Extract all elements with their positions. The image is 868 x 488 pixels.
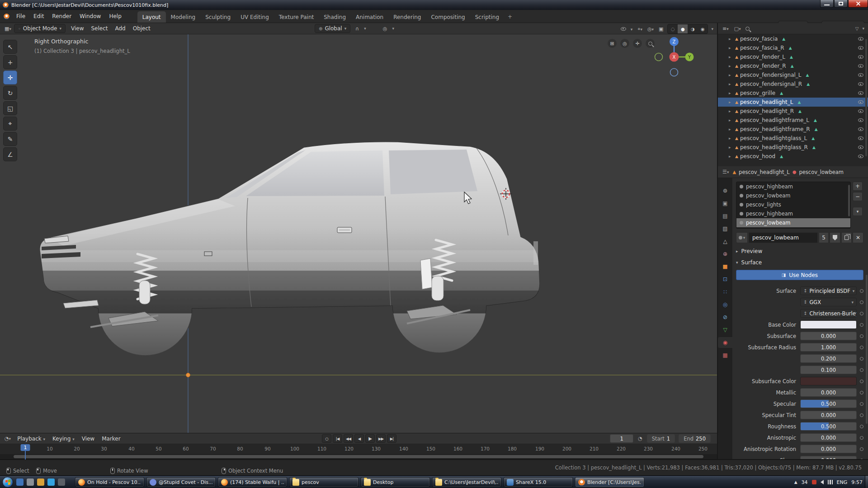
navigation-gizmo[interactable]: Z Y X	[654, 36, 694, 80]
properties-editor-icon[interactable]: ☰▾	[722, 168, 730, 176]
properties-tab-view-layer[interactable]: ▧	[718, 223, 732, 234]
search-icon[interactable]	[745, 27, 750, 31]
properties-tab-texture[interactable]: ▦	[718, 350, 732, 361]
outliner-row-pescov-hood[interactable]: ▸▲pescov_hood▲	[718, 152, 868, 161]
properties-tab-tool[interactable]: ⊚	[718, 185, 732, 196]
tool-cursor[interactable]: +	[3, 55, 17, 69]
timeline-menu-playback[interactable]: Playback ▾	[14, 434, 49, 443]
timeline-menu-keying[interactable]: Keying ▾	[49, 434, 78, 443]
new-material-button[interactable]	[841, 232, 852, 243]
gizmo-x-label[interactable]: X	[673, 55, 676, 60]
decorator-dot[interactable]	[860, 425, 863, 428]
filter-chevron[interactable]: ▾	[862, 26, 864, 31]
camera-view-icon[interactable]: ◎	[620, 39, 629, 48]
tool-scale[interactable]: ◱	[3, 101, 17, 115]
taskbar-button-1[interactable]: On Hold - Pescov 10...	[75, 477, 144, 487]
slider-specular[interactable]: 0.500	[800, 399, 857, 408]
outliner-row-pescov-headlightglass-l[interactable]: ▸▲pescov_headlightglass_L▲	[718, 134, 868, 143]
outliner-editor-icon[interactable]: ≡▾	[722, 25, 730, 33]
snap-options-chevron[interactable]: ▾	[364, 26, 366, 31]
workspace-tab-layout[interactable]: Layout	[137, 11, 166, 23]
decorator-dot[interactable]	[860, 391, 863, 394]
properties-tab-particles[interactable]: ∷	[718, 286, 732, 297]
grid-toggle-icon[interactable]: ⊞	[608, 39, 617, 48]
blender-logo-menu[interactable]	[4, 14, 9, 19]
decorator-dot[interactable]	[860, 447, 863, 451]
fake-user-button[interactable]	[830, 232, 840, 243]
tray-temp[interactable]: 34	[802, 479, 808, 485]
workspace-tab-animation[interactable]: Animation	[351, 11, 388, 23]
properties-tab-physics[interactable]: ◎	[718, 299, 732, 310]
properties-tab-object-data[interactable]: ▽	[718, 324, 732, 335]
remove-slot-button[interactable]: −	[853, 192, 863, 201]
jump-to-start-button[interactable]: |◀	[333, 434, 342, 443]
quick-launch-1[interactable]	[16, 479, 24, 486]
quick-launch-4[interactable]	[47, 479, 55, 486]
eye-icon[interactable]	[858, 91, 863, 95]
auto-key-button[interactable]: ○	[322, 434, 331, 443]
field-0-200[interactable]: 0.200	[800, 354, 857, 363]
menu-render[interactable]: Render	[48, 11, 75, 21]
taskbar-button-4[interactable]: pescov	[289, 477, 359, 487]
outliner-row-pescov-headlightframe-l[interactable]: ▸▲pescov_headlightframe_L▲	[718, 116, 868, 125]
breadcrumb-object[interactable]: pescov_headlight_L	[739, 169, 790, 175]
slot-specials-menu[interactable]: ▾	[853, 207, 863, 216]
tool-annotate[interactable]: ✎	[3, 132, 17, 146]
timeline-scrollbar[interactable]	[0, 454, 717, 459]
expand-icon[interactable]: ▸	[729, 37, 733, 41]
material-slot-4[interactable]: pescov_highbeam	[736, 209, 850, 218]
shading-material-button[interactable]: ◑	[688, 24, 698, 33]
properties-tab-world[interactable]: ⊕	[718, 249, 732, 259]
slider-roughness[interactable]: 0.500	[800, 422, 857, 431]
expand-icon[interactable]: ▸	[729, 136, 733, 141]
dropdown-surface[interactable]: ↕Principled BSDF▾	[800, 286, 857, 295]
decorator-dot[interactable]	[860, 334, 863, 338]
surface-panel-header[interactable]: ▾ Surface	[736, 259, 863, 266]
expand-icon[interactable]: ▸	[729, 154, 733, 159]
editor-type-icon[interactable]: ▦▾	[4, 25, 12, 33]
frame-start-field[interactable]: Start1	[647, 434, 675, 443]
3d-viewport[interactable]: Right Orthographic (1) Collection 3 | pe…	[0, 34, 717, 433]
prev-keyframe-button[interactable]: ◀◀	[344, 434, 353, 443]
xray-toggle-icon[interactable]: ▣	[658, 25, 664, 33]
workspace-tab-modeling[interactable]: Modeling	[166, 11, 201, 23]
decorator-dot[interactable]	[860, 357, 863, 361]
use-nodes-button[interactable]: ◨ Use Nodes	[736, 270, 863, 280]
transform-orientation-dropdown[interactable]: ⊕ Global ▾	[315, 24, 350, 33]
material-slot-5[interactable]: pescov_lowbeam	[736, 218, 850, 227]
color-swatch-subsurface-color[interactable]	[800, 377, 857, 385]
tray-app-icon[interactable]	[812, 480, 816, 484]
shading-wireframe-button[interactable]: ◌	[668, 24, 678, 33]
field-metallic[interactable]: 0.000	[800, 388, 857, 397]
expand-icon[interactable]: ▸	[729, 46, 733, 50]
play-button[interactable]: ▶	[365, 434, 375, 443]
start-button[interactable]	[2, 477, 13, 488]
taskbar-button-5[interactable]: Desktop	[361, 477, 430, 487]
mode-dropdown[interactable]: ◦ Object Mode ▾	[14, 24, 66, 33]
language-indicator[interactable]: ENG	[837, 479, 848, 485]
properties-tab-modifiers[interactable]: ⊡	[718, 274, 732, 285]
quick-launch-2[interactable]	[27, 479, 34, 486]
material-name-field[interactable]: pescov_lowbeam	[749, 232, 818, 243]
network-icon[interactable]	[828, 480, 833, 484]
viewport-menu-object[interactable]: Object	[129, 24, 154, 33]
outliner-row-pescov-headlight-l[interactable]: ▸▲pescov_headlight_L▲	[718, 98, 868, 107]
clock-icon[interactable]: ◔	[637, 435, 643, 442]
shading-rendered-button[interactable]: ◉	[698, 24, 708, 33]
slots-scrollbar[interactable]	[848, 185, 850, 216]
display-mode-icon[interactable]: ▢▾	[733, 25, 742, 33]
expand-icon[interactable]: ▸	[729, 55, 733, 59]
viewport-menu-select[interactable]: Select	[87, 24, 111, 33]
eye-icon[interactable]	[858, 155, 863, 158]
properties-tab-constraints[interactable]: ⊘	[718, 312, 732, 323]
play-reverse-button[interactable]: ◀	[354, 434, 364, 443]
field-specular-tint[interactable]: 0.000	[800, 411, 857, 419]
expand-icon[interactable]: ▸	[729, 64, 733, 68]
menu-file[interactable]: File	[12, 11, 29, 21]
decorator-dot[interactable]	[860, 289, 863, 293]
menu-help[interactable]: Help	[105, 11, 125, 21]
timeline-editor-icon[interactable]: ◔▾	[4, 435, 12, 442]
taskbar-button-6[interactable]: C:\Users\JestarDevil\...	[432, 477, 501, 487]
outliner-row-pescov-headlightglass-r[interactable]: ▸▲pescov_headlightglass_R▲	[718, 143, 868, 152]
workspace-tab-scripting[interactable]: Scripting	[470, 11, 504, 23]
